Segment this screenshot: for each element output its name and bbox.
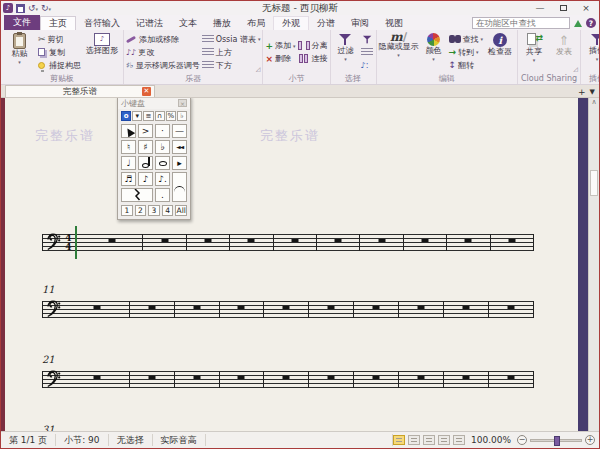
whole-rest[interactable] (148, 306, 155, 310)
score-page[interactable]: 完整乐谱 完整乐谱 44112131 (5, 98, 578, 431)
collapse-ribbon-icon[interactable] (574, 20, 582, 27)
measure[interactable] (489, 301, 534, 318)
view-mode-single-icon[interactable] (438, 435, 450, 445)
staff[interactable] (42, 301, 534, 318)
file-tab[interactable]: 文件 (4, 15, 40, 30)
plugin-button[interactable]: 插件▾ (583, 31, 600, 73)
select-notes-button[interactable]: ♪: (361, 59, 374, 72)
share-button[interactable]: ⇄ 共享▾ (520, 31, 548, 73)
keypad-voice-1[interactable]: 1 (121, 205, 133, 216)
redo-button[interactable]: ↻▾ (41, 3, 51, 13)
dialog-launcher-icon[interactable]: ◿ (254, 65, 261, 72)
measure[interactable] (447, 234, 490, 251)
natural-key[interactable]: ♮ (121, 140, 136, 154)
whole-rest[interactable] (418, 306, 425, 310)
ribbon-tab-6[interactable]: 布局 (239, 16, 273, 30)
measure[interactable] (274, 234, 317, 251)
whole-rest[interactable] (205, 239, 212, 243)
keypad-voice-all[interactable]: All (175, 205, 187, 216)
find-button[interactable]: 查找▾ (449, 33, 484, 46)
staff-system-3[interactable]: 21 (42, 354, 534, 388)
change-instrument-button[interactable]: ♪♪更改 (126, 46, 200, 59)
staff-below-button[interactable]: 下方 (202, 59, 261, 72)
undo-button[interactable]: ↺▾ (28, 3, 38, 13)
save-icon[interactable] (16, 4, 25, 13)
staff-system-4[interactable]: 31 (42, 424, 534, 431)
whole-rest[interactable] (328, 306, 335, 310)
measure[interactable] (143, 234, 186, 251)
cut-button[interactable]: ✂剪切 (38, 33, 81, 46)
ribbon-tab-5[interactable]: 播放 (205, 16, 239, 30)
rest-key[interactable] (121, 188, 153, 202)
view-mode-pages-icon[interactable] (408, 435, 420, 445)
whole-rest[interactable] (283, 306, 290, 310)
select-more-button[interactable] (361, 46, 374, 59)
keypad-tab-beams-tremolos[interactable]: ≡ (143, 111, 153, 121)
zoom-slider-thumb[interactable] (554, 436, 560, 446)
whole-rest[interactable] (335, 239, 342, 243)
whole-rest[interactable] (418, 376, 425, 380)
keypad-tab-jazz-articulations[interactable]: % (166, 111, 176, 121)
eighth-note-key[interactable]: ♪ (138, 172, 153, 186)
filter-button[interactable]: 过滤▾ (333, 31, 359, 73)
maximize-button[interactable] (552, 2, 574, 14)
whole-rest[interactable] (238, 376, 245, 380)
whole-rest[interactable] (373, 376, 380, 380)
keypad-tab-articulations[interactable]: ∩ (155, 111, 165, 121)
staff-above-button[interactable]: 上方 (202, 46, 261, 59)
tab-switcher-button[interactable]: ▼ (590, 88, 595, 96)
measure[interactable] (317, 234, 360, 251)
view-mode-page-icon[interactable] (393, 435, 405, 445)
whole-rest[interactable] (248, 239, 255, 243)
add-or-remove-button[interactable]: 添加或移除 (126, 33, 200, 46)
join-bar-button[interactable]: 连接 (298, 52, 328, 65)
vertical-scrollbar[interactable]: ∧ (588, 98, 599, 431)
measure[interactable] (65, 301, 130, 318)
scrollbar-thumb[interactable] (590, 170, 598, 196)
tenuto-key[interactable]: — (172, 124, 187, 138)
hide-show-button[interactable]: m∕ 隐藏或显示▾ (379, 31, 419, 73)
ribbon-tab-9[interactable]: 审阅 (343, 16, 377, 30)
whole-rest[interactable] (508, 306, 515, 310)
sixteenth-note-key[interactable]: ♬ (121, 172, 136, 186)
view-mode-spread-icon[interactable] (423, 435, 435, 445)
whole-rest[interactable] (378, 239, 385, 243)
measure[interactable] (309, 371, 354, 388)
measure[interactable] (444, 371, 489, 388)
measure[interactable] (175, 371, 220, 388)
measure[interactable] (489, 371, 534, 388)
zoom-out-button[interactable]: − (517, 435, 527, 445)
keypad-tab-common-notes[interactable]: o (121, 111, 131, 121)
dotted-eighth-note-key[interactable]: ♪. (155, 172, 170, 186)
measure[interactable] (220, 301, 265, 318)
measure[interactable] (175, 301, 220, 318)
view-mode-panorama-icon[interactable] (453, 435, 465, 445)
measure[interactable] (130, 371, 175, 388)
measure[interactable] (130, 301, 175, 318)
whole-rest[interactable] (328, 376, 335, 380)
whole-rest[interactable] (108, 239, 115, 243)
whole-rest[interactable] (508, 239, 515, 243)
tie-key[interactable] (172, 172, 187, 202)
sharp-key[interactable]: ♯ (138, 140, 153, 154)
minimize-button[interactable]: — (529, 2, 551, 14)
dialog-launcher-icon[interactable]: ◿ (572, 65, 579, 72)
whole-rest[interactable] (193, 376, 200, 380)
selection-tool-key[interactable] (121, 124, 136, 138)
whole-rest[interactable] (373, 306, 380, 310)
select-graphic-button[interactable]: ♪ 选择图形 (83, 31, 121, 73)
measure[interactable] (360, 234, 403, 251)
measure[interactable] (404, 234, 447, 251)
measure[interactable] (354, 301, 399, 318)
measure[interactable] (230, 234, 273, 251)
measure[interactable] (264, 301, 309, 318)
keypad-window[interactable]: 小键盘 × o▾≡∩%♭ >·—♮♯♭◄◄♩▸♬♪♪.. 1234All (117, 98, 191, 220)
document-tab-full-score[interactable]: 完整乐谱 ✕ (5, 85, 155, 97)
keypad-title-bar[interactable]: 小键盘 × (118, 98, 190, 109)
whole-rest[interactable] (465, 239, 472, 243)
goto-button[interactable]: →转到▾ (449, 46, 484, 59)
whole-rest[interactable] (93, 376, 100, 380)
whole-rest[interactable] (148, 376, 155, 380)
measure[interactable] (444, 301, 489, 318)
inspector-button[interactable]: i 检查器 (485, 31, 515, 73)
